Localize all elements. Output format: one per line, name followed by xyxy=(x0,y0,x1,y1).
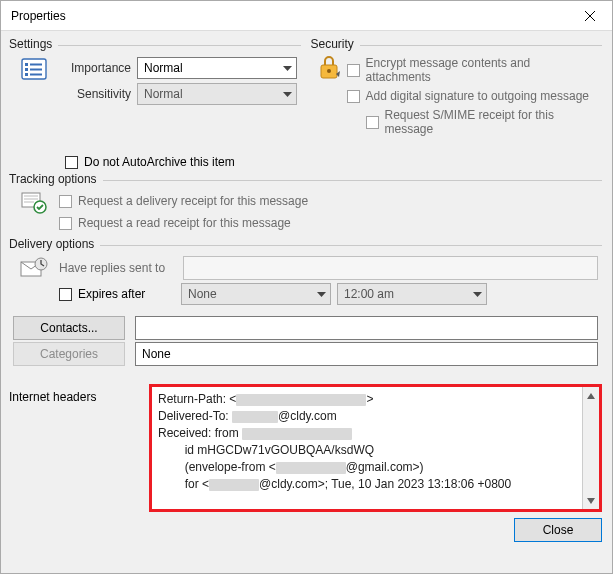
replies-input xyxy=(183,256,598,280)
autoarchive-label: Do not AutoArchive this item xyxy=(84,155,235,169)
importance-select[interactable]: Normal xyxy=(137,57,297,79)
chevron-down-icon xyxy=(317,287,326,301)
smime-label: Request S/MIME receipt for this message xyxy=(385,108,599,136)
delivery-receipt-checkbox xyxy=(59,195,72,208)
lock-icon xyxy=(315,54,343,138)
svg-rect-5 xyxy=(25,73,28,76)
titlebar: Properties xyxy=(1,1,612,31)
importance-value: Normal xyxy=(144,61,183,75)
read-receipt-checkbox xyxy=(59,217,72,230)
tracking-legend: Tracking options xyxy=(9,172,103,186)
security-legend: Security xyxy=(311,37,360,51)
svg-rect-2 xyxy=(30,64,42,66)
delivery-receipt-label: Request a delivery receipt for this mess… xyxy=(78,194,308,208)
delivery-legend: Delivery options xyxy=(9,237,100,251)
sensitivity-value: Normal xyxy=(144,87,183,101)
smime-checkbox xyxy=(366,116,379,129)
delivery-icon xyxy=(13,254,55,308)
tracking-group: Tracking options Request a delivery rece… xyxy=(9,180,602,237)
internet-headers-text[interactable]: Return-Path: <> Delivered-To: @cldy.com … xyxy=(152,387,582,509)
expires-label: Expires after xyxy=(78,287,175,301)
categories-button: Categories xyxy=(13,342,125,366)
importance-label: Importance xyxy=(59,61,131,75)
contacts-input[interactable] xyxy=(135,316,598,340)
internet-headers-label: Internet headers xyxy=(9,384,139,512)
close-icon xyxy=(584,10,596,22)
headers-scrollbar[interactable] xyxy=(582,387,599,509)
scroll-up-icon[interactable] xyxy=(583,387,600,404)
sensitivity-select: Normal xyxy=(137,83,297,105)
properties-icon xyxy=(13,54,55,108)
security-group: Security Encrypt message contents and at… xyxy=(311,45,603,140)
expires-date-value: None xyxy=(188,287,217,301)
internet-headers-box: Return-Path: <> Delivered-To: @cldy.com … xyxy=(149,384,602,512)
expires-date-select: None xyxy=(181,283,331,305)
dialog-body: Settings Importance xyxy=(1,31,612,573)
svg-rect-6 xyxy=(30,74,42,76)
signature-label: Add digital signature to outgoing messag… xyxy=(366,89,589,103)
scroll-down-icon[interactable] xyxy=(583,492,600,509)
svg-rect-4 xyxy=(30,69,42,71)
expires-time-select: 12:00 am xyxy=(337,283,487,305)
expires-time-value: 12:00 am xyxy=(344,287,394,301)
delivery-group: Delivery options Have replies sent to xyxy=(9,245,602,370)
read-receipt-label: Request a read receipt for this message xyxy=(78,216,291,230)
close-button[interactable]: Close xyxy=(514,518,602,542)
chevron-down-icon xyxy=(283,87,292,101)
autoarchive-checkbox[interactable] xyxy=(65,156,78,169)
tracking-icon xyxy=(13,189,55,235)
signature-checkbox xyxy=(347,90,360,103)
encrypt-checkbox xyxy=(347,64,360,77)
expires-checkbox[interactable] xyxy=(59,288,72,301)
svg-point-8 xyxy=(327,69,331,73)
settings-legend: Settings xyxy=(9,37,58,51)
replies-label: Have replies sent to xyxy=(59,261,177,275)
close-window-button[interactable] xyxy=(567,1,612,31)
chevron-down-icon xyxy=(473,287,482,301)
svg-rect-1 xyxy=(25,63,28,66)
svg-rect-3 xyxy=(25,68,28,71)
window-title: Properties xyxy=(11,9,66,23)
encrypt-label: Encrypt message contents and attachments xyxy=(366,56,599,84)
contacts-button[interactable]: Contacts... xyxy=(13,316,125,340)
sensitivity-label: Sensitivity xyxy=(59,87,131,101)
chevron-down-icon xyxy=(283,61,292,75)
categories-input[interactable]: None xyxy=(135,342,598,366)
settings-group: Settings Importance xyxy=(9,45,301,140)
properties-dialog: Properties Settings xyxy=(0,0,613,574)
